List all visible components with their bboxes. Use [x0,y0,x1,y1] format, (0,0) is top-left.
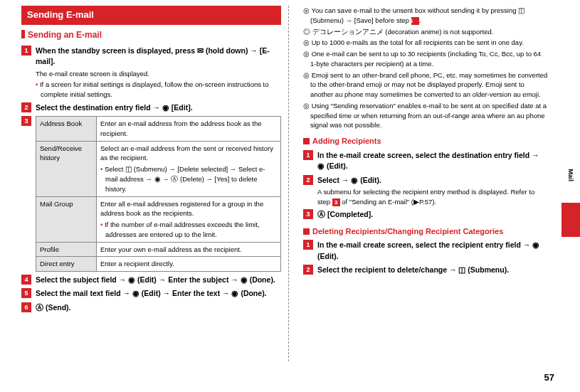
options-table: Address BookEnter an e-mail address from… [36,116,281,272]
note: デコレーションアニメ (decoration anime) is not sup… [303,27,548,37]
note: Up to 1000 e-mails as the total for all … [303,38,548,48]
table-label: Address Book [36,117,97,142]
step-number: 2 [303,175,313,185]
add-step-3: 3 Ⓐ [Completed]. [303,209,548,220]
del-step-2: 2 Select the recipient to delete/change … [303,265,548,275]
step-number: 4 [21,275,31,285]
del-step-1: 1 In the e-mail create screen, select th… [303,240,548,261]
side-tab-label: Mail [566,169,575,181]
step-number: 2 [21,102,31,112]
right-column: You can save e-mail to the unsent box wi… [288,6,548,361]
table-desc: Select an e-mail address from the sent o… [97,141,281,196]
table-desc: Enter your own e-mail address as the rec… [97,242,281,257]
left-column: Sending E-mail Sending an E-mail 1 When … [21,6,281,361]
add-step-2: 2 Select → ◉ (Edit). [303,175,548,186]
step-text: Select the subject field → ◉ (Edit) → En… [36,275,275,285]
table-label: Mail Group [36,196,97,242]
add-step-1: 1 In the e-mail create screen, select th… [303,150,548,171]
step-3: 3 Address BookEnter an e-mail address fr… [21,116,281,272]
note: You can save e-mail to the unsent box wi… [303,6,548,26]
notes-block: You can save e-mail to the unsent box wi… [303,6,548,130]
heading-sub: Sending an E-mail [21,29,281,41]
note: Emoji sent to an other-brand cell phone,… [303,70,548,100]
step-number: 1 [21,46,31,55]
step-number: 2 [303,265,313,275]
table-label: Send/Receive history [36,141,97,196]
step-text: In the e-mail create screen, select the … [317,150,548,171]
step-note: A submenu for selecting the recipient en… [317,187,548,207]
side-tab [561,203,580,237]
step-text: Select the destination entry field → ◉ [… [36,102,193,113]
step-note: The e-mail create screen is displayed. [36,69,281,79]
page-content: Sending E-mail Sending an E-mail 1 When … [0,0,580,367]
step-number: 3 [21,116,31,126]
table-desc: Enter a recipient directly. [97,257,281,272]
step-text: Ⓐ [Completed]. [317,209,373,220]
step-text: Select the mail text field → ◉ (Edit) → … [36,288,267,299]
table-desc: Enter all e-mail addresses registered fo… [97,196,281,242]
table-label: Profile [36,242,97,257]
note: Using "Sending reservation" enables e-ma… [303,101,548,130]
step-text: When the standby screen is displayed, pr… [36,46,281,67]
heading-deleting: Deleting Recipients/Changing Recipient C… [303,226,548,238]
step-number: 5 [21,288,31,298]
table-desc: Enter an e-mail address from the address… [97,117,281,142]
step-6: 6 Ⓐ (Send). [21,302,281,313]
step-number: 3 [303,209,313,219]
step-number: 1 [303,240,313,250]
step-4: 4 Select the subject field → ◉ (Edit) → … [21,275,281,285]
step-text: Select the recipient to delete/change → … [317,265,509,275]
step-number: 1 [303,150,313,160]
note: One e-mail can be sent to up to 30 recip… [303,49,548,69]
table-label: Direct entry [36,257,97,272]
step-number: 6 [21,302,31,312]
step-bullet: If a screen for initial settings is disp… [36,80,281,100]
step-text: In the e-mail create screen, select the … [317,240,548,261]
heading-adding: Adding Recipients [303,136,548,147]
step-text: Ⓐ (Send). [36,302,71,313]
step-text: Select → ◉ (Edit). [317,175,381,186]
page-number: 57 [544,371,554,385]
heading-main: Sending E-mail [21,6,281,25]
step-5: 5 Select the mail text field → ◉ (Edit) … [21,288,281,299]
step-1: 1 When the standby screen is displayed, … [21,46,281,67]
step-2: 2 Select the destination entry field → ◉… [21,102,281,113]
